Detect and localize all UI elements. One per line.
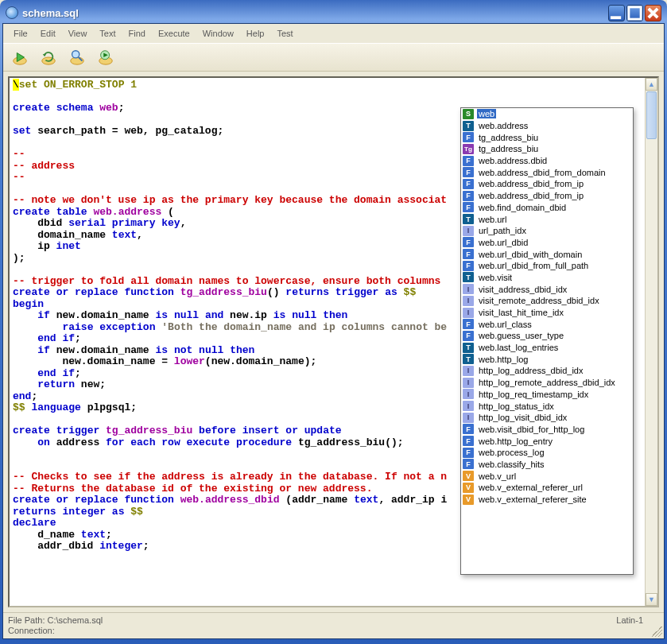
f-type-icon: F	[463, 179, 474, 189]
i-type-icon: I	[463, 401, 474, 411]
scroll-up-arrow[interactable]: ▲	[646, 78, 657, 91]
autocomplete-item[interactable]: Tweb.last_log_entries	[461, 342, 633, 354]
autocomplete-label: http_log_status_idx	[477, 402, 556, 411]
autocomplete-item[interactable]: Vweb.v_external_referer_url	[461, 482, 633, 494]
i-type-icon: I	[463, 226, 474, 236]
autocomplete-label: web.v_external_referer_url	[477, 483, 584, 492]
autocomplete-label: web.address	[477, 121, 529, 130]
autocomplete-item[interactable]: Fweb.guess_user_type	[461, 330, 633, 342]
autocomplete-item[interactable]: Fweb.address.dbid	[461, 155, 633, 167]
tg-type-icon: Tg	[463, 144, 474, 154]
editor-container: \set ON_ERROR_STOP 1 create schema web; …	[8, 76, 659, 607]
autocomplete-label: web.visit_dbid_for_http_log	[477, 425, 586, 434]
autocomplete-item[interactable]: Ihttp_log_address_dbid_idx	[461, 365, 633, 377]
menu-execute[interactable]: Execute	[153, 27, 196, 40]
autocomplete-label: web.url_dbid	[477, 238, 529, 247]
i-type-icon: I	[463, 366, 474, 376]
autocomplete-item[interactable]: Tweb.url	[461, 213, 633, 225]
autocomplete-label: http_log_remote_address_dbid_idx	[477, 378, 617, 387]
editor-scrollbar[interactable]: ▲ ▼	[645, 78, 657, 606]
v-type-icon: V	[463, 471, 474, 481]
autocomplete-item[interactable]: Fweb.classify_hits	[461, 459, 633, 471]
status-connection: Connection:	[8, 626, 659, 635]
t-type-icon: T	[463, 214, 474, 224]
autocomplete-item[interactable]: Tweb.address	[461, 120, 633, 132]
autocomplete-item[interactable]: Tgtg_address_biu	[461, 143, 633, 155]
f-type-icon: F	[463, 424, 474, 434]
i-type-icon: I	[463, 413, 474, 423]
autocomplete-item[interactable]: Fweb.address_dbid_from_ip	[461, 178, 633, 190]
autocomplete-popup[interactable]: SwebTweb.addressFtg_address_biuTgtg_addr…	[460, 107, 634, 575]
scroll-down-arrow[interactable]: ▼	[646, 593, 657, 606]
autocomplete-label: web.http_log_entry	[477, 436, 554, 446]
menu-text[interactable]: Text	[94, 27, 121, 40]
autocomplete-item[interactable]: Fweb.url_dbid_from_full_path	[461, 260, 633, 272]
run-play-button[interactable]	[94, 46, 118, 68]
autocomplete-item[interactable]: Tweb.http_log	[461, 353, 633, 365]
autocomplete-item[interactable]: Fweb.process_log	[461, 447, 633, 459]
titlebar[interactable]: schema.sql	[2, 2, 665, 23]
menu-window[interactable]: Window	[197, 27, 239, 40]
f-type-icon: F	[463, 331, 474, 341]
i-type-icon: I	[463, 378, 474, 388]
autocomplete-item[interactable]: Fweb.address_dbid_from_ip	[461, 190, 633, 202]
run-button[interactable]	[8, 46, 32, 68]
autocomplete-label: web.url_class	[477, 320, 533, 329]
autocomplete-item[interactable]: Ftg_address_biu	[461, 131, 633, 143]
autocomplete-item[interactable]: Fweb.url_dbid	[461, 237, 633, 249]
autocomplete-item[interactable]: Fweb.http_log_entry	[461, 435, 633, 447]
menu-view[interactable]: View	[63, 27, 93, 40]
scroll-thumb[interactable]	[646, 91, 657, 139]
menu-test[interactable]: Test	[271, 27, 298, 40]
autocomplete-item[interactable]: Iurl_path_idx	[461, 225, 633, 237]
autocomplete-item[interactable]: Vweb.v_external_referer_site	[461, 494, 633, 506]
s-type-icon: S	[463, 109, 474, 119]
maximize-button[interactable]	[626, 5, 643, 21]
autocomplete-item[interactable]: Fweb.address_dbid_from_domain	[461, 166, 633, 178]
f-type-icon: F	[463, 249, 474, 259]
autocomplete-label: web.find_domain_dbid	[477, 203, 568, 212]
autocomplete-item[interactable]: Ivisit_last_hit_time_idx	[461, 307, 633, 319]
statusbar: File Path: C:\schema.sql Connection: Lat…	[3, 612, 664, 638]
autocomplete-item[interactable]: Ihttp_log_status_idx	[461, 400, 633, 412]
menu-help[interactable]: Help	[241, 27, 270, 40]
autocomplete-item[interactable]: Fweb.find_domain_dbid	[461, 202, 633, 214]
menu-file[interactable]: File	[8, 27, 33, 40]
svg-point-5	[72, 51, 79, 58]
autocomplete-item[interactable]: Fweb.url_class	[461, 318, 633, 330]
f-type-icon: F	[463, 436, 474, 446]
autocomplete-label: web.address_dbid_from_ip	[477, 191, 585, 200]
autocomplete-label: web.address.dbid	[477, 156, 549, 165]
close-button[interactable]	[645, 5, 661, 21]
autocomplete-label: web.guess_user_type	[477, 331, 565, 340]
i-type-icon: I	[463, 389, 474, 399]
run-refresh-button[interactable]	[37, 46, 60, 68]
autocomplete-label: web.visit	[477, 273, 514, 282]
autocomplete-label: web.url	[477, 215, 508, 224]
status-filepath: File Path: C:\schema.sql	[8, 615, 659, 625]
autocomplete-item[interactable]: Ivisit_address_dbid_idx	[461, 283, 633, 295]
menu-edit[interactable]: Edit	[35, 27, 61, 40]
resize-grip-icon[interactable]	[651, 626, 662, 637]
autocomplete-item[interactable]: Tweb.visit	[461, 272, 633, 284]
autocomplete-item[interactable]: Ihttp_log_req_timestamp_idx	[461, 389, 633, 401]
v-type-icon: V	[463, 483, 474, 493]
menu-find[interactable]: Find	[123, 27, 151, 40]
autocomplete-item[interactable]: Fweb.visit_dbid_for_http_log	[461, 424, 633, 436]
run-search-button[interactable]	[65, 46, 89, 68]
i-type-icon: I	[463, 284, 474, 294]
autocomplete-label: web.classify_hits	[477, 460, 546, 469]
autocomplete-item[interactable]: Sweb	[461, 108, 633, 120]
client-area: File Edit View Text Find Execute Window …	[2, 23, 665, 639]
f-type-icon: F	[463, 191, 474, 201]
autocomplete-label: web.url_dbid_with_domain	[477, 250, 584, 259]
menubar: File Edit View Text Find Execute Window …	[3, 24, 664, 43]
autocomplete-item[interactable]: Ihttp_log_remote_address_dbid_idx	[461, 377, 633, 389]
t-type-icon: T	[463, 272, 474, 282]
autocomplete-item[interactable]: Ihttp_log_visit_dbid_idx	[461, 412, 633, 424]
autocomplete-item[interactable]: Vweb.v_url	[461, 470, 633, 482]
f-type-icon: F	[463, 459, 474, 469]
minimize-button[interactable]	[608, 5, 625, 21]
autocomplete-item[interactable]: Ivisit_remote_address_dbid_idx	[461, 295, 633, 307]
autocomplete-item[interactable]: Fweb.url_dbid_with_domain	[461, 248, 633, 260]
